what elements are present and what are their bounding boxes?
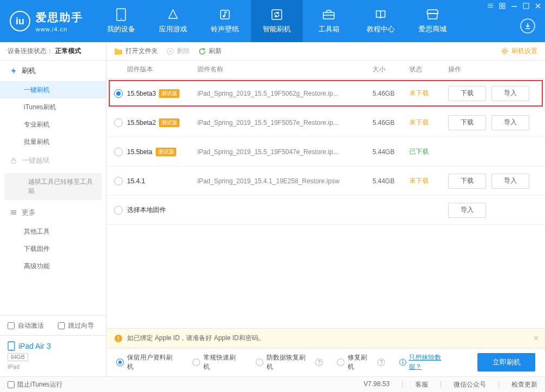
select-radio[interactable] <box>114 118 123 127</box>
firmware-size: 5.44GB <box>373 177 409 185</box>
download-button[interactable]: 下载 <box>448 174 486 189</box>
sidebar-item-batch-flash[interactable]: 批量刷机 <box>0 133 106 150</box>
sidebar-item-other-tools[interactable]: 其他工具 <box>0 223 106 240</box>
nav-toolbox[interactable]: 工具箱 <box>303 0 355 42</box>
logo-icon: iu <box>10 11 30 31</box>
select-radio[interactable] <box>114 89 123 98</box>
local-firmware-row[interactable]: 选择本地固件导入 <box>107 196 545 225</box>
svg-rect-18 <box>11 214 16 215</box>
wechat-link[interactable]: 微信公众号 <box>454 380 486 389</box>
device-info: iPad Air 3 64GB iPad <box>0 335 106 376</box>
sidebar-group-more[interactable]: 更多 <box>0 202 106 223</box>
svg-rect-9 <box>500 3 502 5</box>
firmware-size: 5.46GB <box>373 119 409 127</box>
block-itunes-checkbox[interactable]: 阻止iTunes运行 <box>8 380 63 389</box>
help-icon[interactable]: ? <box>315 358 323 366</box>
minimize-icon[interactable] <box>510 2 518 10</box>
svg-rect-14 <box>523 3 529 9</box>
menu-icon[interactable] <box>487 2 494 10</box>
download-button[interactable]: 下载 <box>448 115 486 130</box>
opt-keep-data[interactable]: 保留用户资料刷机 <box>116 353 178 371</box>
firmware-filename: iPad_Spring_2019_15.5_19F5062g_Restore.i… <box>197 90 373 97</box>
import-button[interactable]: 导入 <box>491 174 529 189</box>
help-icon[interactable]: ? <box>377 358 385 366</box>
svg-point-22 <box>503 50 506 52</box>
maximize-icon[interactable] <box>522 2 530 10</box>
sidebar-group-jailbreak: 一键越狱 <box>0 150 106 171</box>
import-button[interactable]: 导入 <box>491 115 529 130</box>
firmware-row[interactable]: 15.5beta2测试版iPad_Spring_2019_15.5_19F505… <box>107 108 545 137</box>
flash-settings-button[interactable]: 刷机设置 <box>501 46 537 56</box>
sidebar-item-download-firmware[interactable]: 下载固件 <box>0 240 106 257</box>
nav-smart-flash[interactable]: 智能刷机 <box>251 0 303 42</box>
delete-button[interactable]: 删除 <box>167 46 190 56</box>
reload-icon <box>198 48 206 55</box>
download-manager-icon[interactable] <box>520 18 535 34</box>
firmware-row[interactable]: 15.5beta测试版iPad_Spring_2019_15.5_19F5047… <box>107 137 545 167</box>
nav-my-device[interactable]: 我的设备 <box>95 0 147 42</box>
support-link[interactable]: 客服 <box>415 380 428 389</box>
select-radio[interactable] <box>114 206 123 215</box>
close-warning-icon[interactable]: × <box>534 334 539 343</box>
refresh-icon <box>270 8 283 21</box>
device-model: iPad <box>8 363 98 370</box>
svg-point-1 <box>121 18 122 19</box>
app-header: iu 爱思助手 www.i4.cn 我的设备 应用游戏 铃声壁纸 智能刷机 工具… <box>0 0 545 42</box>
open-folder-button[interactable]: 打开文件夹 <box>114 46 158 56</box>
delete-icon <box>167 48 174 55</box>
svg-rect-11 <box>500 6 502 9</box>
download-button[interactable]: 下载 <box>448 86 486 101</box>
menu2-icon[interactable] <box>499 2 506 10</box>
check-update-link[interactable]: 检查更新 <box>511 380 537 389</box>
folder-icon <box>114 48 123 55</box>
warning-icon <box>114 334 123 343</box>
opt-repair[interactable]: 修复刷机? <box>337 353 385 371</box>
svg-rect-27 <box>403 362 403 364</box>
sidebar-item-oneclick-flash[interactable]: 一键刷机 <box>0 81 106 98</box>
store-icon <box>426 8 439 21</box>
jailbreak-moved-note: 越狱工具已转移至工具箱 <box>4 173 102 200</box>
firmware-status: 已下载 <box>409 147 448 156</box>
col-ops: 操作 <box>448 65 537 74</box>
firmware-status: 未下载 <box>409 118 448 127</box>
refresh-button[interactable]: 刷新 <box>198 46 222 56</box>
opt-antirecovery[interactable]: 防数据恢复刷机? <box>256 353 323 371</box>
col-status: 状态 <box>409 65 448 74</box>
svg-rect-12 <box>503 6 505 9</box>
firmware-filename: iPad_Spring_2019_15.5_19F5057e_Restore.i… <box>197 119 373 127</box>
opt-fast-flash[interactable]: 常规快速刷机 <box>192 353 242 371</box>
toolbox-icon <box>322 8 335 21</box>
import-button[interactable]: 导入 <box>448 203 486 218</box>
nav-apps[interactable]: 应用游戏 <box>147 0 199 42</box>
firmware-row[interactable]: 15.4.1iPad_Spring_2019_15.4.1_19E258_Res… <box>107 167 545 196</box>
col-size: 大小 <box>373 65 409 74</box>
nav-tutorials[interactable]: 教程中心 <box>355 0 407 42</box>
sidebar-item-itunes-flash[interactable]: iTunes刷机 <box>0 98 106 116</box>
erase-data-link[interactable]: 只想抹除数据？ <box>399 353 454 371</box>
svg-point-25 <box>118 340 119 341</box>
beta-tag: 测试版 <box>159 89 180 98</box>
skip-guide-checkbox[interactable] <box>58 322 65 329</box>
import-button[interactable]: 导入 <box>491 86 529 101</box>
firmware-size: 5.44GB <box>373 148 409 156</box>
nav-store[interactable]: 爱思商城 <box>407 0 458 42</box>
firmware-row[interactable]: 15.5beta3测试版iPad_Spring_2019_15.5_19F506… <box>107 79 545 108</box>
logo-subtitle: www.i4.cn <box>36 26 83 32</box>
tablet-icon <box>8 341 15 351</box>
beta-tag: 测试版 <box>159 118 180 127</box>
close-icon[interactable] <box>534 2 542 10</box>
select-radio[interactable] <box>114 177 123 185</box>
flash-options: 保留用户资料刷机 常规快速刷机 防数据恢复刷机? 修复刷机? 只想抹除数据？ 立… <box>107 348 545 376</box>
sidebar-item-pro-flash[interactable]: 专业刷机 <box>0 116 106 133</box>
sidebar-item-advanced[interactable]: 高级功能 <box>0 257 106 275</box>
select-radio[interactable] <box>114 148 123 156</box>
flash-now-button[interactable]: 立即刷机 <box>477 353 535 371</box>
menu-bars-icon <box>10 209 17 216</box>
firmware-filename: iPad_Spring_2019_15.4.1_19E258_Restore.i… <box>197 177 373 185</box>
phone-icon <box>115 8 128 21</box>
info-icon <box>399 358 407 366</box>
sidebar-group-flash[interactable]: 刷机 <box>0 61 106 81</box>
firmware-status: 未下载 <box>409 176 448 185</box>
nav-ringtones[interactable]: 铃声壁纸 <box>199 0 251 42</box>
auto-activate-checkbox[interactable] <box>8 322 15 329</box>
